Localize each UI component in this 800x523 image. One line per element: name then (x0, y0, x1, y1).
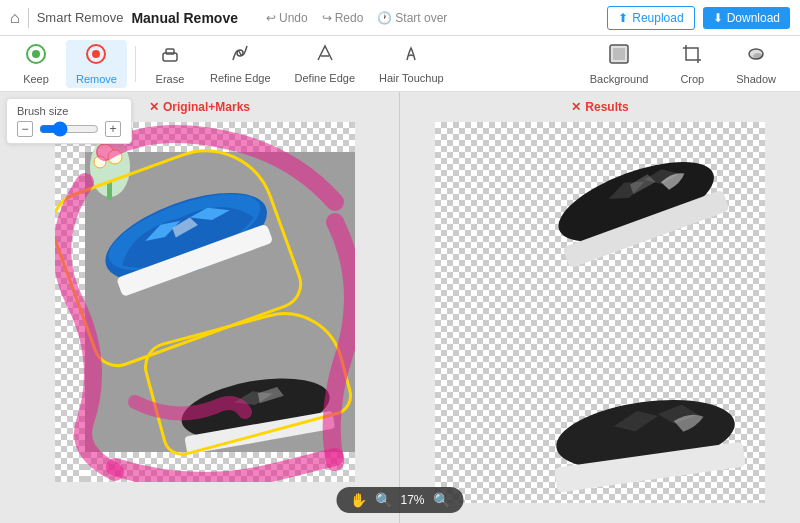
home-icon[interactable]: ⌂ (10, 9, 20, 27)
reupload-button[interactable]: ⬆ Reupload (607, 6, 694, 30)
zoom-bar: ✋ 🔍 17% 🔍 (336, 487, 463, 513)
svg-rect-5 (166, 49, 174, 54)
svg-point-1 (32, 50, 40, 58)
background-icon (608, 43, 630, 70)
brush-label: Brush size (17, 105, 121, 117)
svg-rect-8 (613, 48, 625, 60)
erase-icon (159, 43, 181, 70)
reupload-icon: ⬆ (618, 11, 628, 25)
undo-icon: ↩ (266, 11, 276, 25)
start-over-button[interactable]: 🕐 Start over (377, 11, 447, 25)
right-panel-label: Results (585, 100, 628, 114)
start-over-icon: 🕐 (377, 11, 392, 25)
remove-icon (85, 43, 107, 70)
tool-refine-edge[interactable]: Refine Edge (200, 40, 281, 88)
result-canvas[interactable] (435, 122, 765, 503)
define-edge-icon (314, 42, 336, 69)
zoom-level: 17% (400, 493, 424, 507)
svg-point-14 (94, 156, 106, 168)
tool-shadow[interactable]: Shadow (722, 40, 790, 88)
tool-erase[interactable]: Erase (144, 40, 196, 88)
tool-crop[interactable]: Crop (666, 40, 718, 88)
tool-background[interactable]: Background (576, 40, 663, 88)
tool-remove[interactable]: Remove (66, 40, 127, 88)
page-title: Manual Remove (131, 10, 238, 26)
keep-icon (25, 43, 47, 70)
left-panel: Brush size − + ✕ Original+Marks (0, 92, 400, 523)
brush-size-slider[interactable] (39, 121, 99, 137)
app-header: ⌂ Smart Remove Manual Remove ↩ Undo ↪ Re… (0, 0, 800, 36)
right-panel-close[interactable]: ✕ (571, 100, 581, 114)
brush-increase-button[interactable]: + (105, 121, 121, 137)
redo-icon: ↪ (322, 11, 332, 25)
svg-point-3 (92, 50, 100, 58)
download-icon: ⬇ (713, 11, 723, 25)
svg-point-10 (753, 53, 763, 59)
toolbar-separator-1 (135, 46, 136, 82)
tool-keep[interactable]: Keep (10, 40, 62, 88)
tool-hair-touchup[interactable]: Hair Touchup (369, 40, 454, 88)
header-divider (28, 8, 29, 28)
download-button[interactable]: ⬇ Download (703, 7, 790, 29)
left-canvas[interactable] (0, 92, 399, 523)
svg-rect-15 (107, 182, 112, 200)
zoom-in-button[interactable]: 🔍 (433, 492, 450, 508)
crop-icon (681, 43, 703, 70)
brush-row: − + (17, 121, 121, 137)
brush-decrease-button[interactable]: − (17, 121, 33, 137)
zoom-out-button[interactable]: 🔍 (375, 492, 392, 508)
redo-button[interactable]: ↪ Redo (322, 11, 364, 25)
svg-point-13 (108, 150, 122, 164)
app-title: Smart Remove (37, 10, 124, 25)
main-toolbar: Keep Remove Erase Refine Edge (0, 36, 800, 92)
right-panel: ✕ Results (400, 92, 800, 523)
left-panel-label: Original+Marks (163, 100, 250, 114)
refine-edge-icon (229, 42, 251, 69)
shadow-icon (745, 43, 767, 70)
tool-define-edge[interactable]: Define Edge (285, 40, 366, 88)
right-toolbar: Background Crop Shadow (576, 40, 790, 88)
undo-button[interactable]: ↩ Undo (266, 11, 308, 25)
hair-touchup-icon (400, 42, 422, 69)
brush-size-panel: Brush size − + (6, 98, 132, 144)
nav-actions: ↩ Undo ↪ Redo 🕐 Start over (266, 11, 447, 25)
hand-tool-icon[interactable]: ✋ (350, 492, 367, 508)
left-panel-close[interactable]: ✕ (149, 100, 159, 114)
main-content: Brush size − + ✕ Original+Marks (0, 92, 800, 523)
